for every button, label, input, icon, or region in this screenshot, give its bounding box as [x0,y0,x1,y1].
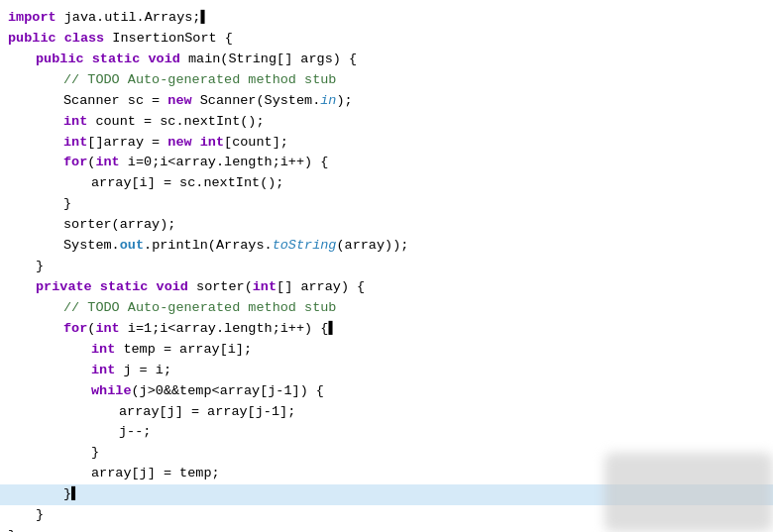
code-line: public static void main(String[] args) { [0,50,773,70]
token-kw: new [167,91,191,112]
token-normal: sorter( [188,277,253,298]
token-normal: Scanner(System. [192,91,321,112]
blur-overlay [605,453,773,532]
token-normal: ▌ [328,319,336,340]
token-kw: int [63,133,87,154]
token-kw: void [157,277,188,298]
token-bold-blue: out [120,236,144,257]
token-kw: int [200,133,224,154]
code-line: int j = i; [0,361,773,381]
token-normal: j = i; [115,361,171,381]
token-kw: int [95,153,119,173]
token-normal [84,50,92,70]
token-normal: ); [336,91,352,112]
token-normal: } [8,526,16,532]
token-kw: void [148,50,179,70]
token-kw: for [63,319,87,340]
token-normal: Scanner sc = [63,91,167,112]
token-normal: ( [87,153,95,173]
token-kw: int [95,319,119,340]
token-normal: [] array) { [276,277,365,298]
token-kw: int [91,340,115,361]
token-normal: ▌ [71,484,79,505]
token-kw: static [100,277,149,298]
token-kw: public [36,50,84,70]
token-normal: i=0;i<array.length;i++) { [120,153,329,173]
token-normal: ▌ [200,8,208,29]
token-normal: count = sc.nextInt(); [87,112,264,133]
token-normal: InsertionSort { [104,29,233,50]
token-normal [148,277,156,298]
token-normal: array[j] = temp; [91,464,220,484]
token-kw: static [92,50,141,70]
token-kw: import [8,8,56,29]
code-line: int[]array = new int[count]; [0,133,773,154]
token-normal [92,277,100,298]
token-normal [56,29,64,50]
code-line: while(j>0&&temp<array[j-1]) { [0,381,773,402]
token-normal [192,133,200,154]
token-normal: } [63,194,71,215]
code-line: // TODO Auto-generated method stub [0,298,773,319]
token-cm: // TODO Auto-generated method stub [63,298,336,319]
code-line: int temp = array[i]; [0,340,773,361]
token-normal: (array)); [336,236,408,257]
token-kw: new [167,133,191,154]
code-line: } [0,257,773,277]
token-normal: j--; [119,422,151,443]
token-normal: } [36,257,44,277]
token-kw: public [8,29,56,50]
code-line: for(int i=0;i<array.length;i++) { [0,153,773,173]
token-normal: } [91,443,99,464]
code-line: // TODO Auto-generated method stub [0,70,773,91]
token-it: toString [273,236,337,257]
token-normal: System. [63,236,120,257]
token-normal: java.util.Arrays; [56,8,201,29]
token-it: in [320,91,336,112]
token-normal: [count]; [224,133,288,154]
code-line: System.out.println(Arrays.toString(array… [0,236,773,257]
code-line: j--; [0,422,773,443]
token-normal: } [36,505,44,526]
token-normal: .println(Arrays. [144,236,273,257]
code-line: } [0,194,773,215]
token-kw: for [63,153,87,173]
token-normal: array[j] = array[j-1]; [119,402,295,423]
token-normal: i=1;i<array.length;i++) { [120,319,329,340]
token-kw: int [63,112,87,133]
token-kw: int [91,361,115,381]
code-line: Scanner sc = new Scanner(System.in); [0,91,773,112]
token-normal: array[i] = sc.nextInt(); [91,173,283,194]
code-line: array[j] = array[j-1]; [0,402,773,423]
token-normal: temp = array[i]; [115,340,252,361]
code-line: public class InsertionSort { [0,29,773,50]
token-normal: []array = [87,133,167,154]
token-kw: private [36,277,92,298]
token-cm: // TODO Auto-generated method stub [63,70,336,91]
token-kw: int [253,277,276,298]
code-line: sorter(array); [0,215,773,236]
token-kw: class [64,29,105,50]
token-normal: main(String[] args) { [180,50,357,70]
token-normal: } [63,484,71,505]
token-kw: while [91,381,132,402]
code-line: int count = sc.nextInt(); [0,112,773,133]
token-normal: sorter(array); [63,215,175,236]
code-line: import java.util.Arrays;▌ [0,8,773,29]
code-line: for(int i=1;i<array.length;i++) {▌ [0,319,773,340]
code-line: array[i] = sc.nextInt(); [0,173,773,194]
token-normal: (j>0&&temp<array[j-1]) { [132,381,324,402]
code-line: private static void sorter(int[] array) … [0,277,773,298]
token-normal: ( [87,319,95,340]
token-normal [140,50,148,70]
